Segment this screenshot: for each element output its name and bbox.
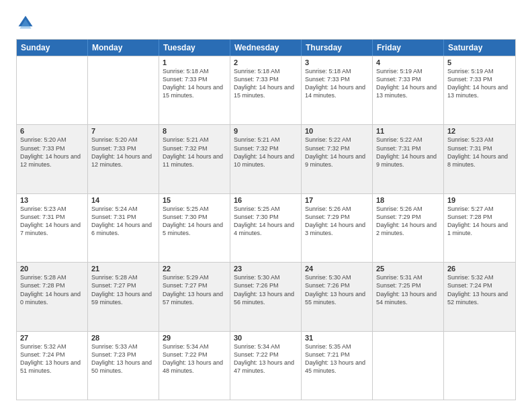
header <box>16 13 516 32</box>
calendar-cell <box>444 332 515 400</box>
calendar-cell: 9Sunrise: 5:21 AM Sunset: 7:32 PM Daylig… <box>230 125 302 193</box>
cell-detail-text: Sunrise: 5:24 AM Sunset: 7:31 PM Dayligh… <box>91 205 155 238</box>
calendar-cell: 19Sunrise: 5:27 AM Sunset: 7:28 PM Dayli… <box>444 194 515 262</box>
day-number: 14 <box>91 196 155 204</box>
cell-detail-text: Sunrise: 5:20 AM Sunset: 7:33 PM Dayligh… <box>91 136 155 169</box>
calendar-cell: 28Sunrise: 5:33 AM Sunset: 7:23 PM Dayli… <box>88 332 159 400</box>
cell-detail-text: Sunrise: 5:19 AM Sunset: 7:33 PM Dayligh… <box>376 67 440 100</box>
calendar-cell: 15Sunrise: 5:25 AM Sunset: 7:30 PM Dayli… <box>159 194 230 262</box>
calendar-cell: 24Sunrise: 5:30 AM Sunset: 7:26 PM Dayli… <box>302 263 373 330</box>
cell-detail-text: Sunrise: 5:23 AM Sunset: 7:31 PM Dayligh… <box>20 205 84 238</box>
cell-detail-text: Sunrise: 5:21 AM Sunset: 7:32 PM Dayligh… <box>234 136 298 169</box>
calendar-cell: 11Sunrise: 5:22 AM Sunset: 7:31 PM Dayli… <box>373 125 444 193</box>
calendar-row: 13Sunrise: 5:23 AM Sunset: 7:31 PM Dayli… <box>17 193 515 262</box>
page: SundayMondayTuesdayWednesdayThursdayFrid… <box>0 0 532 411</box>
calendar-cell: 7Sunrise: 5:20 AM Sunset: 7:33 PM Daylig… <box>88 125 159 193</box>
calendar-cell: 17Sunrise: 5:26 AM Sunset: 7:29 PM Dayli… <box>302 194 373 262</box>
cell-detail-text: Sunrise: 5:33 AM Sunset: 7:23 PM Dayligh… <box>91 342 155 375</box>
calendar-cell: 2Sunrise: 5:18 AM Sunset: 7:33 PM Daylig… <box>230 56 302 124</box>
cell-detail-text: Sunrise: 5:27 AM Sunset: 7:28 PM Dayligh… <box>447 205 512 238</box>
cell-detail-text: Sunrise: 5:18 AM Sunset: 7:33 PM Dayligh… <box>234 67 298 100</box>
calendar-row: 27Sunrise: 5:32 AM Sunset: 7:24 PM Dayli… <box>17 331 515 400</box>
cell-detail-text: Sunrise: 5:31 AM Sunset: 7:25 PM Dayligh… <box>376 273 440 306</box>
day-number: 16 <box>234 196 298 204</box>
cell-detail-text: Sunrise: 5:32 AM Sunset: 7:24 PM Dayligh… <box>447 273 512 306</box>
calendar-header-row: SundayMondayTuesdayWednesdayThursdayFrid… <box>17 40 515 56</box>
calendar-cell: 20Sunrise: 5:28 AM Sunset: 7:28 PM Dayli… <box>17 263 88 330</box>
calendar-cell: 31Sunrise: 5:35 AM Sunset: 7:21 PM Dayli… <box>302 332 373 400</box>
day-number: 3 <box>305 58 369 66</box>
cell-detail-text: Sunrise: 5:22 AM Sunset: 7:32 PM Dayligh… <box>305 136 369 169</box>
day-number: 17 <box>305 196 369 204</box>
cell-detail-text: Sunrise: 5:23 AM Sunset: 7:31 PM Dayligh… <box>447 136 512 169</box>
calendar-cell: 6Sunrise: 5:20 AM Sunset: 7:33 PM Daylig… <box>17 125 88 193</box>
calendar-header-cell: Friday <box>373 40 444 56</box>
day-number: 15 <box>163 196 226 204</box>
calendar-cell: 14Sunrise: 5:24 AM Sunset: 7:31 PM Dayli… <box>88 194 159 262</box>
calendar-cell: 27Sunrise: 5:32 AM Sunset: 7:24 PM Dayli… <box>17 332 88 400</box>
day-number: 27 <box>20 334 84 342</box>
calendar-row: 1Sunrise: 5:18 AM Sunset: 7:33 PM Daylig… <box>17 56 515 124</box>
day-number: 13 <box>20 196 84 204</box>
calendar-cell <box>88 56 159 124</box>
calendar-cell: 29Sunrise: 5:34 AM Sunset: 7:22 PM Dayli… <box>159 332 230 400</box>
calendar-header-cell: Sunday <box>17 40 88 56</box>
cell-detail-text: Sunrise: 5:25 AM Sunset: 7:30 PM Dayligh… <box>163 205 226 238</box>
cell-detail-text: Sunrise: 5:19 AM Sunset: 7:33 PM Dayligh… <box>447 67 512 100</box>
day-number: 23 <box>234 265 298 273</box>
day-number: 6 <box>20 127 84 135</box>
calendar: SundayMondayTuesdayWednesdayThursdayFrid… <box>16 39 516 400</box>
calendar-cell: 4Sunrise: 5:19 AM Sunset: 7:33 PM Daylig… <box>373 56 444 124</box>
calendar-cell: 26Sunrise: 5:32 AM Sunset: 7:24 PM Dayli… <box>444 263 515 330</box>
day-number: 10 <box>305 127 369 135</box>
calendar-cell: 21Sunrise: 5:28 AM Sunset: 7:27 PM Dayli… <box>88 263 159 330</box>
calendar-header-cell: Thursday <box>302 40 373 56</box>
calendar-cell: 8Sunrise: 5:21 AM Sunset: 7:32 PM Daylig… <box>159 125 230 193</box>
day-number: 24 <box>305 265 369 273</box>
calendar-cell: 16Sunrise: 5:25 AM Sunset: 7:30 PM Dayli… <box>230 194 302 262</box>
cell-detail-text: Sunrise: 5:30 AM Sunset: 7:26 PM Dayligh… <box>305 273 369 306</box>
day-number: 11 <box>376 127 440 135</box>
cell-detail-text: Sunrise: 5:34 AM Sunset: 7:22 PM Dayligh… <box>163 342 226 375</box>
day-number: 2 <box>234 58 298 66</box>
day-number: 22 <box>163 265 226 273</box>
day-number: 28 <box>91 334 155 342</box>
calendar-cell <box>17 56 88 124</box>
cell-detail-text: Sunrise: 5:25 AM Sunset: 7:30 PM Dayligh… <box>234 205 298 238</box>
calendar-header-cell: Wednesday <box>230 40 302 56</box>
day-number: 5 <box>447 58 512 66</box>
cell-detail-text: Sunrise: 5:28 AM Sunset: 7:27 PM Dayligh… <box>91 273 155 306</box>
day-number: 18 <box>376 196 440 204</box>
calendar-body: 1Sunrise: 5:18 AM Sunset: 7:33 PM Daylig… <box>17 56 515 400</box>
logo-icon <box>16 13 35 32</box>
calendar-header-cell: Monday <box>88 40 159 56</box>
day-number: 30 <box>234 334 298 342</box>
calendar-cell: 25Sunrise: 5:31 AM Sunset: 7:25 PM Dayli… <box>373 263 444 330</box>
cell-detail-text: Sunrise: 5:20 AM Sunset: 7:33 PM Dayligh… <box>20 136 84 169</box>
cell-detail-text: Sunrise: 5:22 AM Sunset: 7:31 PM Dayligh… <box>376 136 440 169</box>
cell-detail-text: Sunrise: 5:35 AM Sunset: 7:21 PM Dayligh… <box>305 342 369 375</box>
day-number: 1 <box>163 58 226 66</box>
cell-detail-text: Sunrise: 5:30 AM Sunset: 7:26 PM Dayligh… <box>234 273 298 306</box>
calendar-cell: 22Sunrise: 5:29 AM Sunset: 7:27 PM Dayli… <box>159 263 230 330</box>
cell-detail-text: Sunrise: 5:18 AM Sunset: 7:33 PM Dayligh… <box>305 67 369 100</box>
cell-detail-text: Sunrise: 5:29 AM Sunset: 7:27 PM Dayligh… <box>163 273 226 306</box>
calendar-cell <box>373 332 444 400</box>
day-number: 8 <box>163 127 226 135</box>
day-number: 29 <box>163 334 226 342</box>
calendar-cell: 10Sunrise: 5:22 AM Sunset: 7:32 PM Dayli… <box>302 125 373 193</box>
cell-detail-text: Sunrise: 5:34 AM Sunset: 7:22 PM Dayligh… <box>234 342 298 375</box>
day-number: 20 <box>20 265 84 273</box>
day-number: 19 <box>447 196 512 204</box>
cell-detail-text: Sunrise: 5:26 AM Sunset: 7:29 PM Dayligh… <box>305 205 369 238</box>
day-number: 9 <box>234 127 298 135</box>
calendar-cell: 23Sunrise: 5:30 AM Sunset: 7:26 PM Dayli… <box>230 263 302 330</box>
logo <box>16 13 38 32</box>
calendar-cell: 13Sunrise: 5:23 AM Sunset: 7:31 PM Dayli… <box>17 194 88 262</box>
day-number: 4 <box>376 58 440 66</box>
day-number: 7 <box>91 127 155 135</box>
cell-detail-text: Sunrise: 5:28 AM Sunset: 7:28 PM Dayligh… <box>20 273 84 306</box>
calendar-cell: 3Sunrise: 5:18 AM Sunset: 7:33 PM Daylig… <box>302 56 373 124</box>
day-number: 21 <box>91 265 155 273</box>
day-number: 12 <box>447 127 512 135</box>
